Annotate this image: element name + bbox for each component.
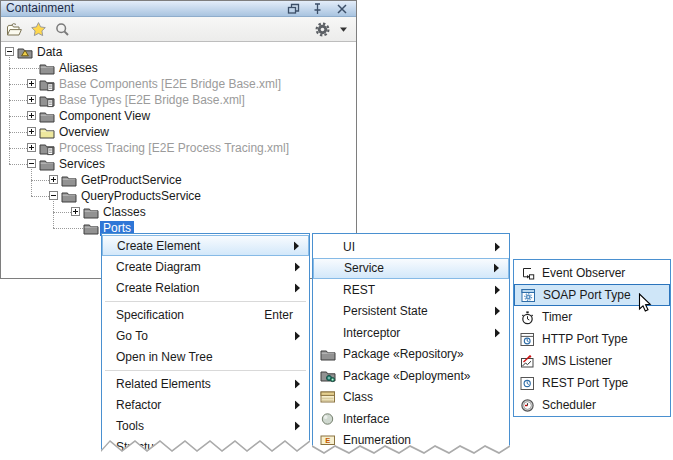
menu-item-label: Package «Repository»: [343, 347, 464, 361]
menu-item-label: JMS Listener: [542, 354, 612, 368]
menu-item-rest[interactable]: REST: [313, 279, 509, 301]
tree-item-label[interactable]: Component View: [56, 109, 153, 124]
menu-item-package-repository[interactable]: Package «Repository»: [313, 344, 509, 366]
menu-item-enumeration[interactable]: EEnumeration: [313, 430, 509, 452]
menu-item-label: Event Observer: [542, 266, 625, 280]
titlebar[interactable]: Containment: [1, 1, 356, 17]
folder-file-icon: [39, 78, 55, 91]
menu-item-label: Persistent State: [343, 304, 428, 318]
tree-connector: [9, 68, 39, 69]
svg-text:E: E: [325, 436, 330, 445]
menu-item-related-elements[interactable]: Related Elements: [102, 373, 309, 394]
tree-item-label[interactable]: Base Types [E2E Bridge Base.xml]: [56, 93, 248, 108]
menu-item-scheduler[interactable]: Scheduler: [514, 394, 670, 416]
menu-item-interceptor[interactable]: Interceptor: [313, 322, 509, 344]
enumeration-icon: E: [320, 432, 336, 448]
caret-down-icon: [340, 27, 347, 32]
favorites-button[interactable]: [29, 20, 47, 38]
tree-item-label[interactable]: Process Tracing [E2E Process Tracing.xml…: [56, 141, 292, 156]
open-folder-icon: [6, 22, 23, 37]
tree-row-classes: Classes: [1, 204, 356, 220]
menu-item-http-port-type[interactable]: HTTP Port Type: [514, 328, 670, 350]
float-button[interactable]: [287, 2, 300, 15]
menu-item-rest-port-type[interactable]: REST Port Type: [514, 372, 670, 394]
menu-item-package-deployment[interactable]: Package «Deployment»: [313, 365, 509, 387]
expand-toggle[interactable]: [71, 207, 80, 216]
expand-toggle[interactable]: [49, 175, 58, 184]
expand-toggle[interactable]: [49, 191, 58, 200]
menu-item-label: SOAP Port Type: [543, 288, 631, 302]
menu-item-open-in-new-tree[interactable]: Open in New Tree: [102, 346, 309, 367]
expand-toggle[interactable]: [27, 79, 36, 88]
tree-item-label[interactable]: Aliases: [56, 61, 101, 76]
tree-connector: [9, 164, 27, 165]
pin-icon: [311, 2, 324, 15]
submenu-arrow-icon: [295, 262, 300, 271]
menu-shortcut: Enter: [264, 308, 293, 322]
menu-item-refactor[interactable]: Refactor: [102, 394, 309, 415]
menu-item-tools[interactable]: Tools: [102, 415, 309, 436]
menu-item-event-observer[interactable]: Event Observer: [514, 262, 670, 284]
menu-separator: [105, 301, 306, 302]
folder-icon: [39, 158, 55, 171]
expand-toggle[interactable]: [27, 95, 36, 104]
menu-item-jms-listener[interactable]: JMS Listener: [514, 350, 670, 372]
menu-item-go-to[interactable]: Go To: [102, 325, 309, 346]
expand-toggle[interactable]: [27, 111, 36, 120]
submenu-arrow-icon: [495, 242, 500, 251]
settings-button[interactable]: [313, 20, 331, 38]
pin-button[interactable]: [311, 2, 324, 15]
class-icon: [320, 389, 336, 405]
menu-item-label: Structure: [116, 440, 165, 454]
package-deployment-icon: [320, 368, 336, 384]
tree-item-label[interactable]: QueryProductsService: [78, 189, 204, 204]
tree-row-component-view: Component View: [1, 108, 356, 124]
submenu-arrow-icon: [295, 331, 300, 340]
jms-listener-icon: [519, 353, 535, 369]
submenu-arrow-icon: [294, 241, 299, 250]
context-menu-ports: Create ElementCreate DiagramCreate Relat…: [101, 233, 310, 453]
menu-item-label: UI: [343, 240, 355, 254]
menu-item-persistent-state[interactable]: Persistent State: [313, 301, 509, 323]
settings-caret-button[interactable]: [338, 20, 348, 38]
tree-connector: [9, 100, 27, 101]
menu-item-label: Package «Deployment»: [343, 369, 470, 383]
tree-item-label[interactable]: Base Components [E2E Bridge Base.xml]: [56, 77, 284, 92]
menu-item-create-diagram[interactable]: Create Diagram: [102, 256, 309, 277]
tree-row-base-types: Base Types [E2E Bridge Base.xml]: [1, 92, 356, 108]
menu-item-label: Create Diagram: [116, 260, 201, 274]
expand-toggle[interactable]: [27, 143, 36, 152]
menu-item-ui[interactable]: UI: [313, 236, 509, 258]
menu-item-label: Interface: [343, 412, 390, 426]
tree-item-label[interactable]: Services: [56, 157, 108, 172]
menu-item-label: Timer: [542, 310, 572, 324]
menu-item-class[interactable]: Class: [313, 387, 509, 409]
tree-item-label[interactable]: GetProductService: [78, 173, 185, 188]
tree-connector: [9, 148, 27, 149]
tree-item-label[interactable]: Data: [34, 45, 65, 60]
expand-toggle[interactable]: [27, 159, 36, 168]
screenshot-stage: Containment DataAliasesBase Components […: [0, 0, 673, 460]
expand-toggle[interactable]: [27, 127, 36, 136]
folder-file-icon: [39, 142, 55, 155]
menu-item-service[interactable]: Service: [313, 258, 509, 280]
tree-item-label[interactable]: Overview: [56, 125, 112, 140]
search-button[interactable]: [53, 20, 71, 38]
menu-item-label: Go To: [116, 329, 148, 343]
interface-icon: [320, 411, 336, 427]
close-button[interactable]: [335, 2, 348, 15]
menu-item-create-relation[interactable]: Create Relation: [102, 277, 309, 298]
submenu-arrow-icon: [495, 328, 500, 337]
menu-item-specification[interactable]: SpecificationEnter: [102, 304, 309, 325]
tree-item-label[interactable]: Classes: [100, 205, 149, 220]
menu-item-create-element[interactable]: Create Element: [102, 235, 309, 256]
folder-icon: [83, 206, 99, 219]
expand-toggle[interactable]: [5, 47, 14, 56]
service-submenu: Event ObserverSOAP Port TypeTimerHTTP Po…: [513, 259, 671, 417]
menu-item-interface[interactable]: Interface: [313, 408, 509, 430]
submenu-arrow-icon: [495, 307, 500, 316]
open-button[interactable]: [5, 20, 23, 38]
menu-item-label: Refactor: [116, 398, 161, 412]
folder-file-icon: [39, 94, 55, 107]
submenu-arrow-icon: [295, 379, 300, 388]
